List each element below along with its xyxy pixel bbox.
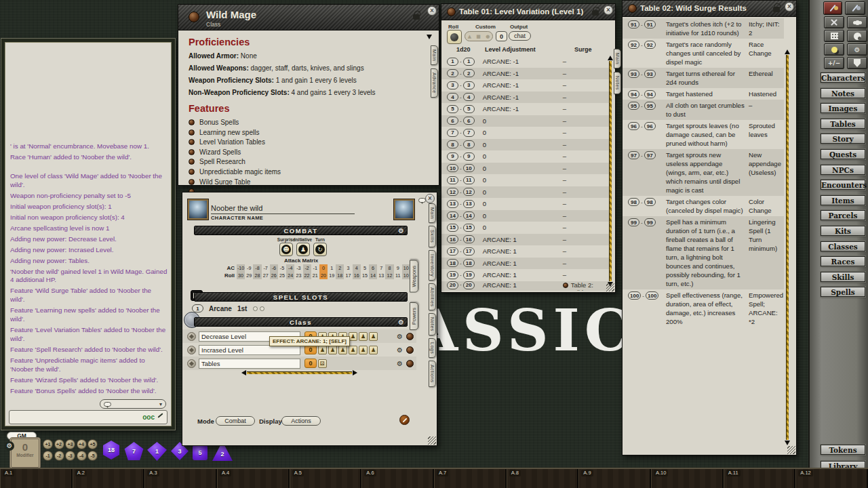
- range-from-badge[interactable]: 14: [447, 211, 458, 220]
- hotkey-slot[interactable]: A.11: [724, 469, 796, 488]
- modifier-settings-icon[interactable]: ⚙: [5, 441, 14, 451]
- tab-skills[interactable]: Skills: [429, 226, 436, 247]
- range-from-badge[interactable]: 17: [447, 247, 458, 256]
- modifier-coin[interactable]: +3: [65, 439, 75, 449]
- power-action-button[interactable]: ♟: [349, 346, 357, 354]
- output-chat-button[interactable]: chat: [509, 31, 531, 41]
- chat-input[interactable]: ooc: [9, 410, 167, 424]
- power-action-button[interactable]: ♟: [318, 346, 327, 354]
- spell-slot-dot[interactable]: [260, 306, 264, 311]
- range-from-badge[interactable]: 11: [447, 176, 458, 184]
- range-from-badge[interactable]: 99: [628, 218, 639, 226]
- hotkey-slot[interactable]: A.7: [434, 469, 507, 488]
- lock-icon[interactable]: [413, 14, 420, 20]
- power-action-button[interactable]: ♟: [369, 346, 378, 354]
- range-to-badge[interactable]: 8: [463, 140, 475, 148]
- range-to-badge[interactable]: 19: [463, 271, 475, 279]
- sidebar-item-characters[interactable]: Characters: [821, 73, 865, 83]
- gear-icon[interactable]: ⚙: [398, 319, 404, 326]
- hotkey-slot[interactable]: A.4: [217, 469, 290, 488]
- range-from-badge[interactable]: 16: [447, 235, 458, 243]
- roll-dice-button[interactable]: [447, 30, 462, 44]
- range-to-badge[interactable]: 20: [463, 281, 475, 289]
- feature-item[interactable]: Learning new spells: [189, 129, 425, 136]
- range-to-badge[interactable]: 17: [463, 247, 475, 256]
- range-from-badge[interactable]: 19: [447, 271, 458, 279]
- range-from-badge[interactable]: 10: [447, 164, 458, 172]
- range-to-badge[interactable]: 7: [463, 129, 475, 137]
- power-menu-icon[interactable]: [406, 333, 414, 340]
- tab-inventory[interactable]: Inventory: [429, 250, 436, 281]
- range-from-badge[interactable]: 91: [628, 20, 639, 28]
- range-from-badge[interactable]: 8: [447, 140, 458, 148]
- feature-item[interactable]: Bonus Spells: [189, 119, 425, 126]
- custom-slider[interactable]: ▲■●: [465, 31, 493, 41]
- grid-icon-button[interactable]: [824, 30, 844, 42]
- range-from-badge[interactable]: 95: [628, 102, 639, 110]
- range-from-badge[interactable]: 9: [447, 152, 458, 161]
- hotkey-slot[interactable]: A.10: [651, 469, 724, 488]
- sidebar-item-encounters[interactable]: Encounters: [821, 180, 865, 190]
- display-actions-button[interactable]: Actions: [281, 416, 321, 426]
- range-from-badge[interactable]: 12: [447, 188, 458, 196]
- range-to-badge[interactable]: 14: [463, 211, 475, 220]
- palette-icon-button[interactable]: [847, 30, 867, 42]
- d10-die[interactable]: 1: [147, 442, 167, 461]
- tab-abilities[interactable]: Abilities: [429, 283, 436, 311]
- spell-count-badge[interactable]: 1: [192, 304, 203, 312]
- character-name-field[interactable]: Noober the wild: [211, 204, 355, 214]
- range-from-badge[interactable]: 97: [628, 151, 639, 159]
- range-to-badge[interactable]: 99: [644, 218, 656, 226]
- gear-icon[interactable]: ⚙: [397, 333, 403, 340]
- close-icon[interactable]: ×: [604, 5, 613, 15]
- range-from-badge[interactable]: 2: [447, 69, 458, 77]
- table1-scrollbar[interactable]: [609, 61, 612, 281]
- range-to-badge[interactable]: 2: [463, 69, 475, 77]
- feature-item[interactable]: Spell Research: [189, 158, 425, 165]
- d20-die[interactable]: 18: [102, 441, 121, 460]
- modifier-coin[interactable]: -5: [87, 451, 98, 461]
- edit-pencil-button[interactable]: [399, 415, 410, 425]
- hotkey-slot[interactable]: A.12: [795, 469, 868, 488]
- range-to-badge[interactable]: 3: [463, 81, 475, 89]
- table2-window-header[interactable]: Table 02: Wild Surge Results ×: [623, 1, 796, 17]
- range-from-badge[interactable]: 98: [628, 198, 639, 206]
- lock-icon[interactable]: [592, 10, 599, 16]
- hotkey-slot[interactable]: A.1: [0, 469, 73, 488]
- range-to-badge[interactable]: 10: [463, 164, 475, 172]
- resize-grip[interactable]: [787, 446, 795, 454]
- crossed-swords-icon-button[interactable]: [824, 16, 844, 28]
- range-from-badge[interactable]: 4: [447, 93, 458, 101]
- sidebar-item-kits[interactable]: Kits: [821, 226, 865, 236]
- power-star-icon[interactable]: [187, 359, 196, 368]
- range-to-badge[interactable]: 100: [646, 291, 658, 300]
- resize-grip[interactable]: [606, 283, 614, 291]
- range-from-badge[interactable]: 18: [447, 259, 458, 267]
- hotkey-slot[interactable]: A.6: [361, 469, 434, 488]
- range-to-badge[interactable]: 92: [644, 41, 656, 49]
- power-action-button[interactable]: ♟: [359, 332, 368, 341]
- side-tab-main[interactable]: Main: [431, 45, 438, 65]
- character-portrait[interactable]: [188, 199, 208, 220]
- scroll-right-icon[interactable]: [353, 370, 357, 375]
- range-to-badge[interactable]: 95: [644, 102, 656, 110]
- class-window-header[interactable]: Wild Mage Class ×: [178, 5, 439, 30]
- range-to-badge[interactable]: 11: [463, 176, 475, 184]
- chat-mode-selector[interactable]: ▾: [100, 399, 166, 409]
- range-to-badge[interactable]: 13: [463, 200, 475, 208]
- power-name-input[interactable]: [199, 359, 300, 369]
- people-icon-button[interactable]: [847, 16, 867, 28]
- feature-item[interactable]: Level Variation Tables: [189, 138, 425, 146]
- range-to-badge[interactable]: 4: [463, 93, 475, 101]
- range-to-badge[interactable]: 15: [463, 224, 475, 232]
- gm-mode-button[interactable]: [823, 1, 842, 15]
- range-from-badge[interactable]: 1: [447, 58, 458, 66]
- close-icon[interactable]: ×: [427, 6, 437, 16]
- side-tab-advance[interactable]: Advance: [431, 68, 438, 98]
- modifier-box[interactable]: 0 Modifier: [9, 437, 41, 469]
- range-to-badge[interactable]: 94: [644, 90, 656, 98]
- sidebar-item-images[interactable]: Images: [821, 103, 865, 113]
- tab-logs[interactable]: Logs: [429, 338, 436, 358]
- hotkey-slot[interactable]: A.5: [290, 469, 362, 488]
- resize-grip[interactable]: [428, 436, 436, 445]
